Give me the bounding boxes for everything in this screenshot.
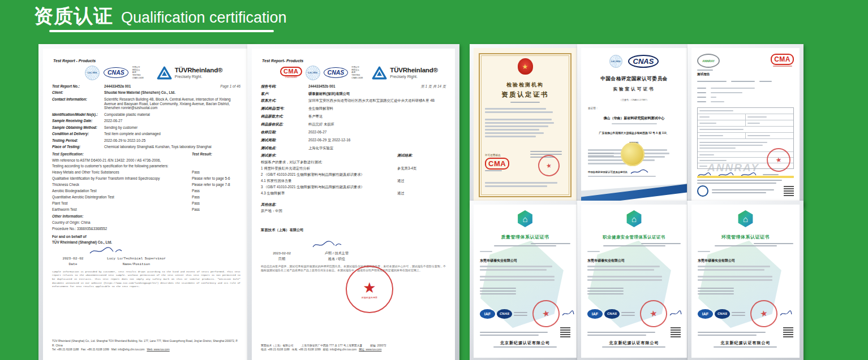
header-row: ANNRAY 测试报告 CMA	[697, 54, 794, 77]
gold-seal-icon	[621, 142, 644, 166]
footer-web-link[interactable]: 网址: www.tuv.com	[359, 348, 381, 351]
certificate-cnas-laboratory[interactable]: ILAC-MRA CNAS 中国合格评定国家认可委员会 实验室认可证书 （注册号…	[577, 44, 691, 206]
certificate-iso-occupational-health[interactable]: ⌂ 职业健康安全管理体系认证证书 东莞市硕泰实业有限公司 IAF CNAS ★ …	[577, 201, 691, 360]
holder-name: 佛山（华南）新材料研究院材料测试中心	[604, 116, 665, 120]
field-value: 上海化学实验室	[308, 146, 446, 150]
holder-name: 东莞市硕泰实业有限公司	[698, 259, 735, 262]
test-name: Quantitative Aerobic Disintegration Test	[52, 195, 192, 199]
footer-tel: 电话: +86 21 6108 1188	[261, 348, 290, 351]
signature-icon	[88, 246, 123, 255]
holder-name: 东莞市硕泰实业有限公司	[587, 259, 625, 262]
field-value: Shuotai New Material (Shenzhen) Co., Ltd…	[104, 90, 240, 95]
footer-fax: 传真: +86 21 6108 1099	[292, 348, 321, 351]
footer-mail: 邮箱: info@shg.chn.tuv.com	[323, 348, 356, 351]
red-stamp-icon: ★	[748, 298, 780, 329]
test-name: Heavy Metals and Other Toxic Substances	[52, 170, 192, 175]
cma-number: 170620340889	[285, 76, 297, 79]
certify-label: 兹证明：	[588, 107, 680, 110]
cnas-logo: CNAS	[604, 309, 620, 319]
report-type: Test Report- Products	[262, 59, 446, 64]
footer-web-link[interactable]: Web: www.tuv.com	[147, 348, 169, 351]
field-value: Sending by customer	[104, 125, 240, 130]
blue-logo-icon	[697, 185, 708, 197]
test-name: 4.1 挥发性固体含量	[261, 179, 397, 183]
field-label: 测试样品/型号:	[261, 106, 308, 111]
field-value: Test item complete and undamaged	[104, 132, 240, 136]
iaf-logo: IAF	[698, 309, 713, 319]
signature-icon	[630, 168, 649, 175]
certificate-tuv-chinese-report[interactable]: Test Report- Products CMA 170620340889 I…	[247, 44, 459, 360]
signature-icon	[779, 310, 793, 318]
highlight-line	[697, 176, 794, 178]
field-label: Identification/Model No(s).:	[52, 112, 104, 117]
other-info-line: 原产地：中国	[261, 209, 446, 213]
field-value: 244433452a 001	[104, 84, 208, 89]
qr-code	[784, 186, 794, 196]
test-name: Qualitative Identification by Fourier Tr…	[52, 176, 192, 181]
spec-header: Test Specification:	[52, 152, 192, 157]
test-name: Earthworm Test	[52, 207, 192, 212]
page-indicator: Page 1 of 46	[208, 84, 240, 89]
issuing-org: 中国合格评定国家认可委员会	[600, 76, 667, 81]
cnas-logo: CNAS	[628, 55, 659, 68]
certificate-cma-qualification[interactable]: ★ 检验检测机构 资质认定证书 许可使用标志 CMA ★	[470, 44, 581, 206]
signature-icon	[669, 310, 682, 318]
cma-logo: CMA	[771, 54, 794, 65]
cma-mark-block: 许可使用标志 CMA	[485, 154, 509, 173]
report-disclaimer: Sample information is provided by custom…	[52, 270, 240, 289]
spec-header: 测试要求:	[261, 153, 397, 158]
issuer-name: 北京新纪源认证有限公司	[721, 341, 771, 345]
field-value: 2022-06-27	[104, 119, 240, 123]
footer-address: TÜV Rheinland (Shanghai) Co., Ltd. Shang…	[52, 339, 240, 348]
certificate-iso-quality[interactable]: ⌂ 质量管理体系认证证书 东莞市硕泰实业有限公司 IAF CNAS ★ 北京新纪…	[470, 201, 581, 360]
other-info-line: Procedure No.: 3366935&3368552	[52, 227, 240, 231]
stamp-text: 检验检测专用章	[362, 296, 377, 299]
footer-fax: Fax: +86 21 6108 1099	[81, 348, 109, 351]
field-label: 测试地点:	[261, 146, 308, 150]
field-label: 样品获取方式:	[261, 114, 308, 119]
title-underline	[49, 30, 274, 32]
cnas-logo: CNAS	[324, 67, 349, 78]
cma-logo: CMA 170620340889	[280, 67, 302, 79]
cert-number-placeholder	[510, 102, 540, 103]
test-result: Pass	[192, 195, 240, 199]
field-label: Testing Period:	[52, 138, 104, 143]
test-result: Pass	[192, 201, 240, 206]
iaf-logo: IAF	[587, 309, 603, 319]
cnas-accreditation-text: 中国认可 国际互认 检测 TESTING CNAS L3038	[132, 66, 147, 79]
sign-date: 2023-02-02	[261, 251, 303, 255]
iaf-logo: IAF	[480, 309, 495, 319]
test-name: Thickness Check	[52, 183, 192, 187]
test-result: 参见第3-4页	[397, 166, 446, 171]
certificate-tuv-english-report[interactable]: Test Report - Products ILAC-MRA CNAS 中国认…	[38, 44, 254, 360]
ilac-mra-logo: ILAC-MRA	[306, 66, 320, 80]
test-result	[397, 172, 446, 177]
test-name: Plant Test	[52, 201, 192, 206]
hexagon-logo: ⌂	[626, 210, 643, 227]
issuer-signature-row: 中国合格评定国家认可委员会秘书长	[588, 168, 649, 175]
test-name: 1 傅里叶变换红外光谱定性分析	[261, 166, 397, 171]
field-value: Chemical laboratory Shanghai& Kunshan, T…	[104, 145, 240, 149]
certificate-annray-test-report[interactable]: ANNRAY 测试报告 CMA	[687, 44, 803, 206]
accreditation-row: IAF CNAS ★	[698, 300, 793, 327]
test-result: Pass	[192, 207, 240, 212]
result-header: 测试结果:	[397, 153, 446, 158]
cert-title: 实验室认可证书	[613, 86, 655, 92]
holder-name: 东莞市硕泰实业有限公司	[480, 259, 517, 262]
brand-name: TÜVRheinland®	[390, 67, 437, 73]
result-header: Test Result:	[192, 152, 240, 157]
report-type: Test Report - Products	[53, 59, 240, 64]
meta-line	[697, 79, 794, 84]
certificate-iso-environmental[interactable]: ⌂ 环境管理体系认证证书 东莞市硕泰实业有限公司 IAF CNAS ★ 北京新纪…	[687, 201, 803, 360]
field-label: Sample Obtaining Method:	[52, 125, 104, 130]
test-result: 通过	[397, 179, 446, 183]
test-name: 3 《GB/T 41010-2021 生物降解塑料与制品降解性能及标识要求》	[261, 185, 397, 189]
annray-logo: ANNRAY	[697, 54, 720, 68]
other-info-line: Country of Origin: China	[52, 220, 240, 225]
field-label: 报告号码:	[261, 84, 308, 89]
field-label: Client:	[52, 90, 104, 95]
test-result: 通过	[397, 191, 446, 196]
field-label: Contact Information:	[52, 97, 104, 111]
field-label: Place of Testing:	[52, 145, 104, 149]
test-name: 2 《GB/T 41010-2021 生物降解塑料与制品降解性能及标识要求》	[261, 172, 397, 177]
